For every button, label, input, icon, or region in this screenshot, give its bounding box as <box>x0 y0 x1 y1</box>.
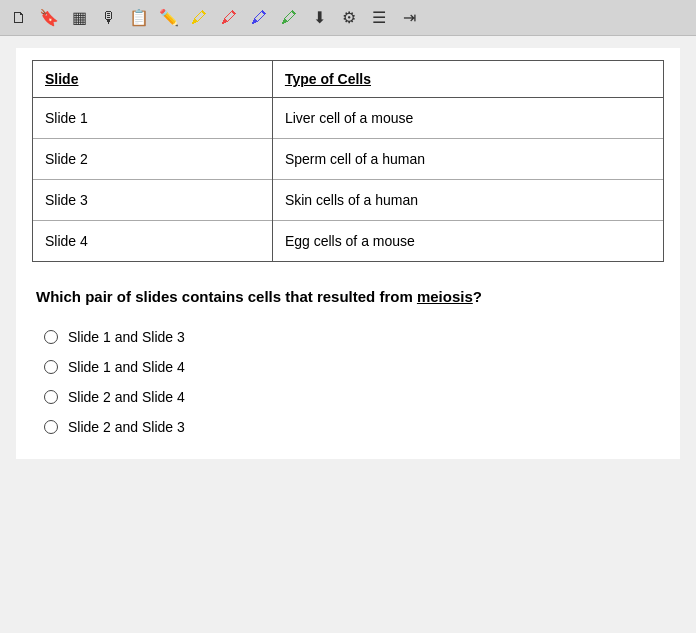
question-section: Which pair of slides contains cells that… <box>32 286 664 435</box>
download-icon[interactable]: ⬇ <box>308 7 330 29</box>
radio-button-2[interactable] <box>44 360 58 374</box>
toolbar: 🗋 🔖 ▦ 🎙 📋 ✏️ 🖍 🖍 🖍 🖍 ⬇ ⚙ ☰ ⇥ <box>0 0 696 36</box>
radio-button-4[interactable] <box>44 420 58 434</box>
cell-type-value: Skin cells of a human <box>272 180 663 221</box>
col-header-cell-type: Type of Cells <box>272 61 663 98</box>
option-label-1: Slide 1 and Slide 3 <box>68 329 185 345</box>
question-text-before: Which pair of slides contains cells that… <box>36 288 417 305</box>
radio-button-1[interactable] <box>44 330 58 344</box>
table-row: Slide 2 Sperm cell of a human <box>33 139 663 180</box>
option-item-3[interactable]: Slide 2 and Slide 4 <box>44 389 660 405</box>
table-row: Slide 1 Liver cell of a mouse <box>33 98 663 139</box>
slide-label: Slide 3 <box>33 180 272 221</box>
highlight-yellow-icon[interactable]: 🖍 <box>188 7 210 29</box>
pencil-yellow-icon[interactable]: ✏️ <box>158 7 180 29</box>
data-table: Slide Type of Cells Slide 1 Liver cell o… <box>32 60 664 262</box>
option-label-2: Slide 1 and Slide 4 <box>68 359 185 375</box>
slide-label: Slide 1 <box>33 98 272 139</box>
option-item-4[interactable]: Slide 2 and Slide 3 <box>44 419 660 435</box>
table-icon[interactable]: ▦ <box>68 7 90 29</box>
option-item-1[interactable]: Slide 1 and Slide 3 <box>44 329 660 345</box>
highlight-green-icon[interactable]: 🖍 <box>278 7 300 29</box>
highlight-pink-icon[interactable]: 🖍 <box>218 7 240 29</box>
page-icon[interactable]: 🗋 <box>8 7 30 29</box>
cell-type-value: Liver cell of a mouse <box>272 98 663 139</box>
options-list: Slide 1 and Slide 3 Slide 1 and Slide 4 … <box>36 329 660 435</box>
settings-icon[interactable]: ⚙ <box>338 7 360 29</box>
bookmark-icon[interactable]: 🔖 <box>38 7 60 29</box>
option-item-2[interactable]: Slide 1 and Slide 4 <box>44 359 660 375</box>
slide-label: Slide 2 <box>33 139 272 180</box>
menu-right-icon[interactable]: ⇥ <box>398 7 420 29</box>
option-label-4: Slide 2 and Slide 3 <box>68 419 185 435</box>
question-text: Which pair of slides contains cells that… <box>36 286 660 309</box>
list-icon[interactable]: ☰ <box>368 7 390 29</box>
cell-type-value: Sperm cell of a human <box>272 139 663 180</box>
mic-icon[interactable]: 🎙 <box>98 7 120 29</box>
slide-label: Slide 4 <box>33 221 272 262</box>
table-row: Slide 4 Egg cells of a mouse <box>33 221 663 262</box>
col-header-slide: Slide <box>33 61 272 98</box>
cell-type-value: Egg cells of a mouse <box>272 221 663 262</box>
highlight-blue-icon[interactable]: 🖍 <box>248 7 270 29</box>
radio-button-3[interactable] <box>44 390 58 404</box>
option-label-3: Slide 2 and Slide 4 <box>68 389 185 405</box>
question-text-after: ? <box>473 288 482 305</box>
content-area: Slide Type of Cells Slide 1 Liver cell o… <box>16 48 680 459</box>
question-keyword: meiosis <box>417 288 473 305</box>
table-row: Slide 3 Skin cells of a human <box>33 180 663 221</box>
copy-icon[interactable]: 📋 <box>128 7 150 29</box>
